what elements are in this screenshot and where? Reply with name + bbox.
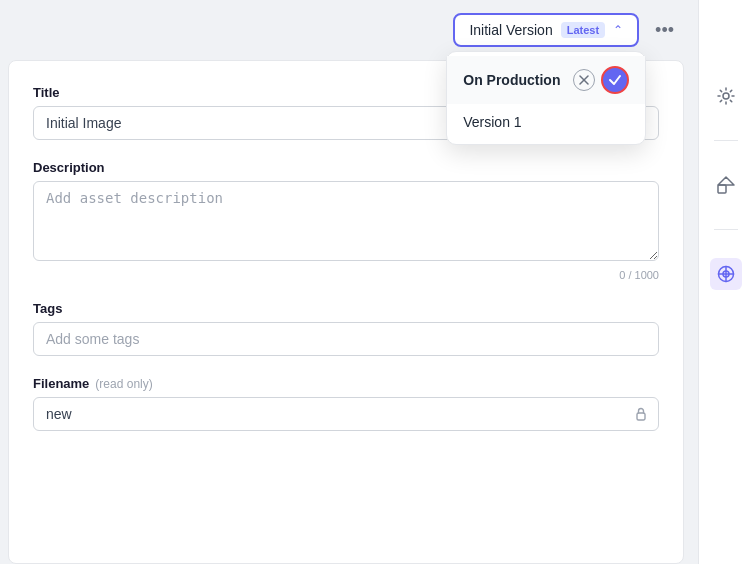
svg-rect-4 xyxy=(718,185,726,193)
filename-field-group: Filename (read only) xyxy=(33,376,659,431)
dropdown-item-on-production[interactable]: On Production xyxy=(447,56,645,104)
filename-wrapper xyxy=(33,397,659,431)
dropdown-item-version1[interactable]: Version 1 xyxy=(447,104,645,140)
svg-marker-5 xyxy=(718,177,734,185)
description-field-group: Description 0 / 1000 xyxy=(33,160,659,281)
shapes-icon[interactable] xyxy=(710,169,742,201)
confirm-circle-button[interactable] xyxy=(601,66,629,94)
close-circle-button[interactable] xyxy=(573,69,595,91)
sidebar-divider-2 xyxy=(714,229,738,230)
version-button[interactable]: Initial Version Latest ⌃ xyxy=(453,13,639,47)
more-menu-button[interactable]: ••• xyxy=(647,14,682,47)
svg-point-3 xyxy=(723,93,729,99)
svg-rect-2 xyxy=(637,413,645,420)
char-count: 0 / 1000 xyxy=(33,269,659,281)
dropdown-item-label: Version 1 xyxy=(463,114,521,130)
filename-input[interactable] xyxy=(33,397,659,431)
dropdown-item-label: On Production xyxy=(463,72,560,88)
settings-icon[interactable] xyxy=(710,80,742,112)
dropdown-item-actions xyxy=(573,66,629,94)
ellipsis-icon: ••• xyxy=(655,20,674,40)
latest-badge: Latest xyxy=(561,22,605,38)
right-sidebar xyxy=(698,0,752,564)
readonly-tag: (read only) xyxy=(95,377,152,391)
version-selector: Initial Version Latest ⌃ On Production xyxy=(453,13,639,47)
lock-icon xyxy=(633,406,649,422)
version-label: Initial Version xyxy=(469,22,552,38)
tags-input[interactable] xyxy=(33,322,659,356)
description-textarea[interactable] xyxy=(33,181,659,261)
tags-field-group: Tags xyxy=(33,301,659,356)
filename-label: Filename (read only) xyxy=(33,376,659,391)
description-label: Description xyxy=(33,160,659,175)
integrations-icon[interactable] xyxy=(710,258,742,290)
version-dropdown: On Production Versi xyxy=(446,51,646,145)
top-bar: Initial Version Latest ⌃ On Production xyxy=(0,0,752,60)
tags-label: Tags xyxy=(33,301,659,316)
chevron-up-icon: ⌃ xyxy=(613,23,623,37)
sidebar-divider-1 xyxy=(714,140,738,141)
